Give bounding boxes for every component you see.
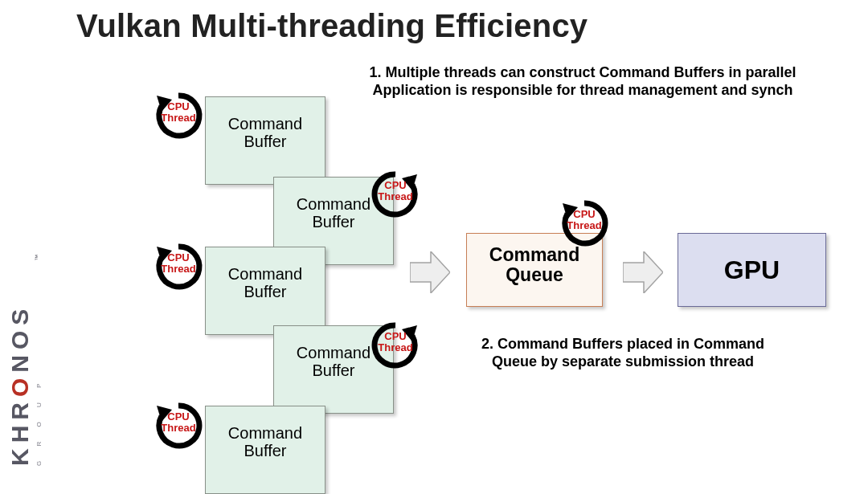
annotation-1-line-1: 1. Multiple threads can construct Comman… (369, 64, 796, 80)
khronos-group: G R O U P (35, 378, 43, 466)
annotation-2-line-2: Queue by separate submission thread (492, 353, 754, 369)
cpu-thread-label: CPU Thread (370, 331, 421, 353)
annotation-1-line-2: Application is responsible for thread ma… (372, 82, 792, 98)
command-buffer-label: Command Buffer (206, 115, 325, 150)
cpu-thread-label: CPU Thread (153, 101, 204, 123)
cpu-thread-badge-queue: CPU Thread (559, 198, 610, 249)
slide-title: Vulkan Multi-threading Efficiency (76, 8, 588, 44)
arrow-buffers-to-queue-icon (410, 251, 450, 293)
cpu-thread-badge-3: CPU Thread (153, 241, 204, 292)
gpu-box: GPU (678, 233, 826, 307)
khronos-logo: KHRONOS (6, 304, 34, 466)
cpu-thread-badge-2: CPU Thread (370, 169, 421, 220)
command-buffer-box-3: Command Buffer (205, 247, 326, 335)
command-queue-label: Command Queue (467, 245, 602, 286)
annotation-2-line-1: 2. Command Buffers placed in Command (481, 336, 764, 352)
command-buffer-box-5: Command Buffer (205, 406, 326, 494)
annotation-2: 2. Command Buffers placed in Command Que… (446, 336, 800, 371)
cpu-thread-badge-5: CPU Thread (153, 400, 204, 451)
command-buffer-label: Command Buffer (206, 265, 325, 300)
cpu-thread-label: CPU Thread (153, 411, 204, 433)
cpu-thread-badge-4: CPU Thread (370, 320, 421, 371)
gpu-label: GPU (724, 255, 780, 285)
cpu-thread-label: CPU Thread (370, 180, 421, 202)
khronos-prefix: KHR (6, 397, 33, 466)
khronos-o: O (6, 373, 33, 397)
khronos-suffix: NOS (6, 304, 33, 373)
arrow-queue-to-gpu-icon (623, 251, 663, 293)
annotation-1: 1. Multiple threads can construct Comman… (317, 64, 848, 100)
command-buffer-label: Command Buffer (206, 424, 325, 459)
slide: Vulkan Multi-threading Efficiency 1. Mul… (0, 0, 868, 494)
cpu-thread-label: CPU Thread (559, 209, 610, 231)
khronos-tm: ™ (34, 255, 41, 261)
cpu-thread-label: CPU Thread (153, 252, 204, 274)
cpu-thread-badge-1: CPU Thread (153, 90, 204, 141)
command-buffer-box-1: Command Buffer (205, 96, 326, 185)
